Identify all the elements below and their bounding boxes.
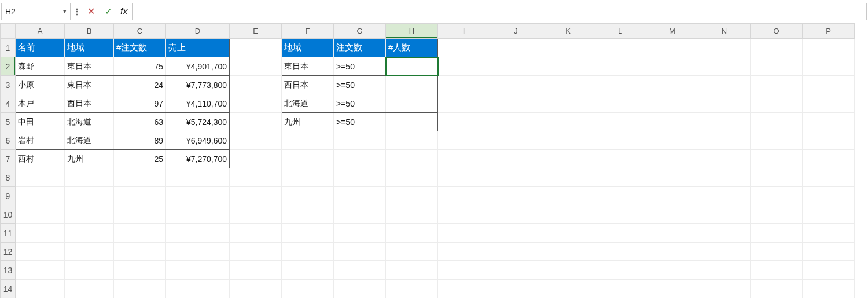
cell-J6[interactable] xyxy=(490,131,542,150)
table1-cell[interactable]: 北海道 xyxy=(65,113,114,131)
cell-K4[interactable] xyxy=(542,94,594,113)
table1-cell[interactable]: 木戸 xyxy=(16,94,65,113)
table2-cell[interactable]: >=50 xyxy=(334,113,386,131)
cell-P6[interactable] xyxy=(803,131,855,150)
col-header-H[interactable]: H xyxy=(386,24,438,39)
cell-B9[interactable] xyxy=(65,187,114,205)
cell-H10[interactable] xyxy=(386,205,438,224)
cell-M13[interactable] xyxy=(646,261,698,280)
cell-N14[interactable] xyxy=(698,280,751,298)
cell-C14[interactable] xyxy=(114,280,166,298)
cell-I13[interactable] xyxy=(438,261,490,280)
cell-G9[interactable] xyxy=(334,187,386,205)
col-header-D[interactable]: D xyxy=(166,24,230,39)
cell-E11[interactable] xyxy=(230,224,282,243)
cell-J2[interactable] xyxy=(490,57,542,76)
cell-O1[interactable] xyxy=(751,39,803,57)
cell-H12[interactable] xyxy=(386,243,438,261)
cell-K7[interactable] xyxy=(542,150,594,168)
cell-F8[interactable] xyxy=(282,168,334,187)
cell-K11[interactable] xyxy=(542,224,594,243)
table2-header[interactable]: #人数 xyxy=(386,39,438,57)
cell-P9[interactable] xyxy=(803,187,855,205)
cell-P4[interactable] xyxy=(803,94,855,113)
cell-A8[interactable] xyxy=(16,168,65,187)
cell-E7[interactable] xyxy=(230,150,282,168)
select-all-corner[interactable] xyxy=(1,24,16,39)
cell-N9[interactable] xyxy=(698,187,751,205)
col-header-L[interactable]: L xyxy=(594,24,646,39)
table1-cell[interactable]: 東日本 xyxy=(65,76,114,94)
cell-E6[interactable] xyxy=(230,131,282,150)
col-header-J[interactable]: J xyxy=(490,24,542,39)
cell-I5[interactable] xyxy=(438,113,490,131)
cell-O3[interactable] xyxy=(751,76,803,94)
cell-K12[interactable] xyxy=(542,243,594,261)
cell-B14[interactable] xyxy=(65,280,114,298)
table2-cell[interactable]: >=50 xyxy=(334,57,386,76)
table2-cell[interactable]: >=50 xyxy=(334,94,386,113)
col-header-O[interactable]: O xyxy=(751,24,803,39)
col-header-B[interactable]: B xyxy=(65,24,114,39)
col-header-P[interactable]: P xyxy=(803,24,855,39)
cell-N2[interactable] xyxy=(698,57,751,76)
table2-cell[interactable] xyxy=(386,94,438,113)
row-header-14[interactable]: 14 xyxy=(1,280,16,298)
cell-L12[interactable] xyxy=(594,243,646,261)
table1-cell[interactable]: 小原 xyxy=(16,76,65,94)
cell-J11[interactable] xyxy=(490,224,542,243)
row-header-5[interactable]: 5 xyxy=(1,113,16,131)
row-header-2[interactable]: 2 xyxy=(1,57,16,76)
table2-cell[interactable]: Ⅰ xyxy=(386,57,438,76)
cell-H14[interactable] xyxy=(386,280,438,298)
table1-cell[interactable]: ¥5,724,300 xyxy=(166,113,230,131)
cell-J1[interactable] xyxy=(490,39,542,57)
cell-J10[interactable] xyxy=(490,205,542,224)
cell-N5[interactable] xyxy=(698,113,751,131)
table1-header[interactable]: 売上 xyxy=(166,39,230,57)
cell-F7[interactable] xyxy=(282,150,334,168)
cell-M1[interactable] xyxy=(646,39,698,57)
cell-F10[interactable] xyxy=(282,205,334,224)
cell-J12[interactable] xyxy=(490,243,542,261)
cell-P12[interactable] xyxy=(803,243,855,261)
cell-C12[interactable] xyxy=(114,243,166,261)
cell-O8[interactable] xyxy=(751,168,803,187)
cell-M8[interactable] xyxy=(646,168,698,187)
table2-cell[interactable] xyxy=(386,76,438,94)
cell-K3[interactable] xyxy=(542,76,594,94)
cell-K10[interactable] xyxy=(542,205,594,224)
cell-E13[interactable] xyxy=(230,261,282,280)
table1-cell[interactable]: 24 xyxy=(114,76,166,94)
cell-N11[interactable] xyxy=(698,224,751,243)
cell-A10[interactable] xyxy=(16,205,65,224)
cell-K6[interactable] xyxy=(542,131,594,150)
cell-L5[interactable] xyxy=(594,113,646,131)
table1-cell[interactable]: 西村 xyxy=(16,150,65,168)
table1-cell[interactable]: 東日本 xyxy=(65,57,114,76)
cell-B12[interactable] xyxy=(65,243,114,261)
cell-M4[interactable] xyxy=(646,94,698,113)
cell-B10[interactable] xyxy=(65,205,114,224)
cell-D12[interactable] xyxy=(166,243,230,261)
table2-header[interactable]: 注文数 xyxy=(334,39,386,57)
cell-H6[interactable] xyxy=(386,131,438,150)
row-header-1[interactable]: 1 xyxy=(1,39,16,57)
chevron-down-icon[interactable]: ▾ xyxy=(63,8,67,15)
cell-K9[interactable] xyxy=(542,187,594,205)
row-header-3[interactable]: 3 xyxy=(1,76,16,94)
table2-cell[interactable]: 九州 xyxy=(282,113,334,131)
cell-L2[interactable] xyxy=(594,57,646,76)
cell-P11[interactable] xyxy=(803,224,855,243)
table1-cell[interactable]: 中田 xyxy=(16,113,65,131)
cancel-button[interactable]: ✕ xyxy=(83,3,98,20)
cell-F12[interactable] xyxy=(282,243,334,261)
cell-K13[interactable] xyxy=(542,261,594,280)
cell-A11[interactable] xyxy=(16,224,65,243)
cell-N6[interactable] xyxy=(698,131,751,150)
cell-C11[interactable] xyxy=(114,224,166,243)
cell-E1[interactable] xyxy=(230,39,282,57)
table1-header[interactable]: #注文数 xyxy=(114,39,166,57)
cell-I9[interactable] xyxy=(438,187,490,205)
table1-cell[interactable]: 97 xyxy=(114,94,166,113)
